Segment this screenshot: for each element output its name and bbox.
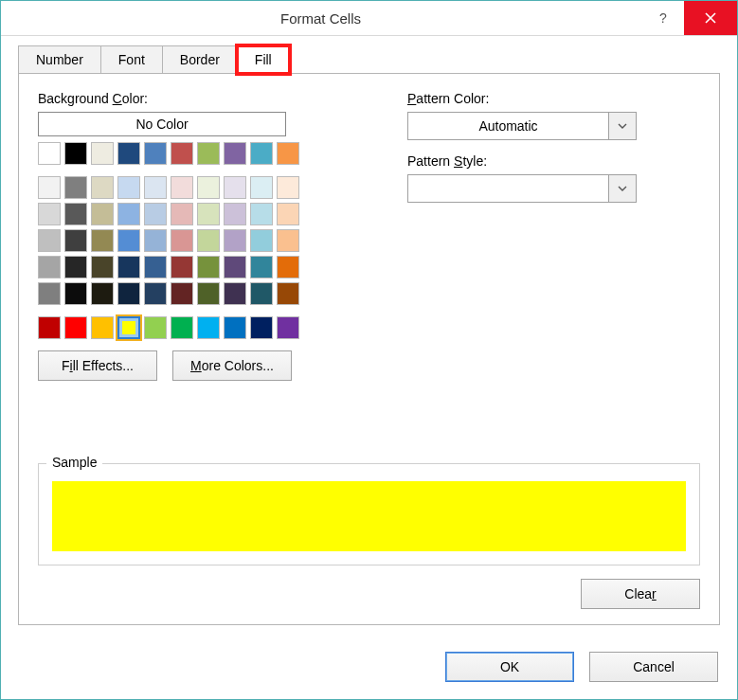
- titlebar: Format Cells ?: [1, 1, 737, 36]
- color-swatch[interactable]: [197, 142, 220, 165]
- tab-border[interactable]: Border: [162, 45, 238, 74]
- color-swatch[interactable]: [277, 176, 299, 199]
- background-color-section: Background Color: No Color Fill Effects.…: [38, 91, 351, 381]
- color-swatch[interactable]: [91, 256, 114, 278]
- color-swatch[interactable]: [250, 142, 273, 165]
- color-swatch[interactable]: [117, 176, 140, 199]
- color-swatch[interactable]: [144, 176, 167, 199]
- window-title: Format Cells: [1, 10, 640, 27]
- ok-button[interactable]: OK: [445, 652, 574, 682]
- color-swatch[interactable]: [144, 229, 167, 252]
- color-swatch[interactable]: [91, 176, 114, 199]
- color-swatch[interactable]: [144, 256, 167, 278]
- color-swatch[interactable]: [117, 203, 140, 225]
- pattern-color-combo[interactable]: Automatic: [407, 112, 637, 140]
- color-swatch[interactable]: [171, 256, 193, 278]
- pattern-style-value: [408, 175, 608, 202]
- color-swatch[interactable]: [144, 142, 167, 165]
- color-swatch[interactable]: [144, 203, 167, 225]
- pattern-style-combo[interactable]: [407, 174, 637, 203]
- color-swatch[interactable]: [91, 282, 114, 305]
- color-swatch[interactable]: [144, 316, 167, 339]
- color-swatch[interactable]: [277, 203, 299, 225]
- color-swatch[interactable]: [224, 142, 246, 165]
- color-swatch[interactable]: [197, 282, 220, 305]
- color-palette: [38, 176, 351, 305]
- color-swatch[interactable]: [197, 203, 220, 225]
- color-swatch[interactable]: [64, 176, 87, 199]
- tab-number[interactable]: Number: [18, 45, 101, 74]
- color-swatch[interactable]: [171, 282, 193, 305]
- fill-effects-button[interactable]: Fill Effects...: [38, 350, 157, 381]
- color-swatch[interactable]: [250, 256, 273, 278]
- color-swatch[interactable]: [277, 256, 299, 278]
- tab-fill[interactable]: Fill: [237, 45, 290, 74]
- color-swatch[interactable]: [38, 229, 61, 252]
- color-swatch[interactable]: [277, 229, 299, 252]
- color-swatch[interactable]: [171, 142, 193, 165]
- color-swatch[interactable]: [277, 282, 299, 305]
- pattern-style-label: Pattern Style:: [407, 153, 700, 169]
- color-swatch[interactable]: [171, 176, 193, 199]
- color-swatch[interactable]: [277, 142, 299, 165]
- color-swatch[interactable]: [117, 142, 140, 165]
- color-swatch[interactable]: [171, 203, 193, 225]
- fill-columns: Background Color: No Color Fill Effects.…: [38, 91, 700, 381]
- clear-button[interactable]: Clear: [581, 579, 700, 609]
- color-swatch[interactable]: [64, 229, 87, 252]
- color-swatch[interactable]: [224, 256, 246, 278]
- color-swatch[interactable]: [250, 316, 273, 339]
- no-color-button[interactable]: No Color: [38, 112, 286, 136]
- color-swatch[interactable]: [64, 256, 87, 278]
- chevron-down-icon: [608, 113, 636, 139]
- color-swatch[interactable]: [38, 142, 61, 165]
- dialog-body: Number Font Border Fill Background Color…: [1, 36, 737, 640]
- tab-strip: Number Font Border Fill: [18, 45, 720, 74]
- color-swatch[interactable]: [250, 282, 273, 305]
- sample-group: Sample Clear: [38, 454, 700, 609]
- color-swatch[interactable]: [38, 203, 61, 225]
- color-swatch[interactable]: [64, 282, 87, 305]
- color-swatch[interactable]: [171, 316, 193, 339]
- color-swatch[interactable]: [91, 316, 114, 339]
- color-swatch[interactable]: [197, 229, 220, 252]
- tab-font[interactable]: Font: [100, 45, 163, 74]
- help-button[interactable]: ?: [640, 1, 684, 35]
- color-swatch[interactable]: [250, 176, 273, 199]
- color-swatch[interactable]: [38, 256, 61, 278]
- color-swatch[interactable]: [197, 316, 220, 339]
- color-swatch[interactable]: [144, 282, 167, 305]
- cancel-button[interactable]: Cancel: [589, 652, 718, 682]
- color-swatch[interactable]: [197, 176, 220, 199]
- color-swatch[interactable]: [117, 316, 140, 339]
- color-swatch[interactable]: [38, 282, 61, 305]
- color-swatch[interactable]: [224, 176, 246, 199]
- color-swatch[interactable]: [250, 229, 273, 252]
- sample-label: Sample: [46, 455, 102, 470]
- color-swatch[interactable]: [197, 256, 220, 278]
- color-swatch[interactable]: [64, 203, 87, 225]
- color-swatch[interactable]: [64, 142, 87, 165]
- color-swatch[interactable]: [91, 229, 114, 252]
- color-swatch[interactable]: [224, 282, 246, 305]
- color-swatch[interactable]: [117, 229, 140, 252]
- color-swatch[interactable]: [224, 316, 246, 339]
- color-swatch[interactable]: [38, 176, 61, 199]
- color-swatch[interactable]: [38, 316, 61, 339]
- color-swatch[interactable]: [277, 316, 299, 339]
- color-swatch[interactable]: [171, 229, 193, 252]
- color-swatch[interactable]: [117, 282, 140, 305]
- color-swatch[interactable]: [250, 203, 273, 225]
- close-button[interactable]: [684, 1, 737, 35]
- color-swatch[interactable]: [91, 142, 114, 165]
- pattern-color-label: Pattern Color:: [407, 91, 700, 106]
- more-colors-button[interactable]: More Colors...: [172, 350, 292, 381]
- color-swatch[interactable]: [224, 229, 246, 252]
- color-swatch[interactable]: [117, 256, 140, 278]
- color-swatch[interactable]: [91, 203, 114, 225]
- color-swatch[interactable]: [64, 316, 87, 339]
- standard-color-row: [38, 316, 351, 339]
- color-swatch[interactable]: [224, 203, 246, 225]
- background-color-label: Background Color:: [38, 91, 351, 106]
- pattern-color-value: Automatic: [408, 113, 608, 139]
